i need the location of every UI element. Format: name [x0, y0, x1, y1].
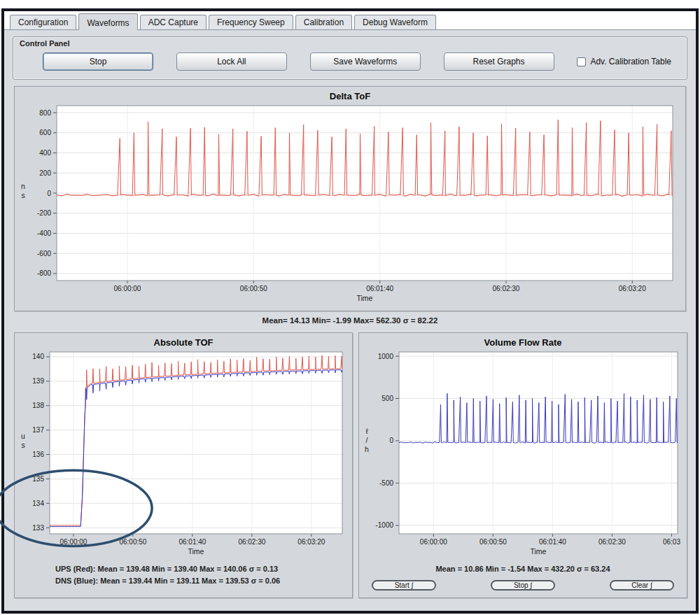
svg-text:137: 137: [32, 426, 44, 434]
svg-text:400: 400: [39, 149, 51, 157]
clear-integral-button[interactable]: Clear ∫: [610, 580, 674, 591]
delta-tof-stats: Mean= 14.13 Min= -1.99 Max= 562.30 σ = 8…: [4, 316, 696, 325]
svg-text:06:02:30: 06:02:30: [238, 538, 265, 546]
absolute-tof-chart: 14013913813713613513413306:00:0006:00:50…: [18, 349, 349, 559]
flow-stats-block: Mean = 10.86 Min = -1.54 Max = 432.20 σ …: [359, 563, 687, 575]
svg-text:Time: Time: [357, 294, 373, 302]
tab-waveforms[interactable]: Waveforms: [78, 13, 137, 30]
svg-text:06:03: 06:03: [663, 538, 680, 546]
reset-graphs-button[interactable]: Reset Graphs: [444, 52, 554, 71]
stop-integral-button[interactable]: Stop ∫: [491, 580, 555, 591]
tab-configuration[interactable]: Configuration: [10, 15, 76, 29]
app-frame: Configuration Waveforms ADC Capture Freq…: [1, 8, 699, 614]
svg-text:06:00:00: 06:00:00: [420, 538, 447, 546]
save-waveforms-button[interactable]: Save Waveforms: [310, 52, 421, 71]
control-panel-title: Control Panel: [20, 39, 70, 48]
absolute-tof-stats: UPS (Red): Mean = 139.48 Min = 139.40 Ma…: [15, 563, 352, 587]
svg-text:1000: 1000: [378, 353, 394, 360]
svg-text:u: u: [21, 432, 25, 440]
svg-text:-1000: -1000: [375, 521, 393, 529]
absolute-tof-panel: Absolute TOF 14013913813713613513413306:…: [14, 332, 353, 598]
waveforms-app-window: Configuration Waveforms ADC Capture Freq…: [0, 0, 700, 615]
svg-text:0: 0: [389, 437, 393, 444]
delta-tof-title: Delta ToF: [15, 87, 685, 101]
integral-button-row: Start ∫ Stop ∫ Clear ∫: [359, 575, 687, 591]
svg-text:600: 600: [39, 129, 51, 136]
flow-stats-line: Mean = 10.86 Min = -1.54 Max = 432.20 σ …: [359, 563, 687, 575]
start-integral-button[interactable]: Start ∫: [372, 580, 436, 591]
svg-text:-400: -400: [37, 229, 51, 237]
svg-text:n: n: [21, 182, 25, 190]
svg-text:06:02:30: 06:02:30: [598, 538, 626, 546]
svg-text:-600: -600: [37, 250, 51, 257]
ups-stats-line: UPS (Red): Mean = 139.48 Min = 139.40 Ma…: [55, 563, 352, 575]
svg-text:200: 200: [39, 169, 51, 177]
svg-text:Time: Time: [531, 547, 547, 556]
svg-text:0: 0: [47, 190, 51, 197]
svg-text:06:01:40: 06:01:40: [178, 538, 206, 546]
tab-adc-capture[interactable]: ADC Capture: [140, 15, 206, 29]
svg-text:06:00:50: 06:00:50: [240, 285, 267, 292]
svg-text:-200: -200: [37, 209, 51, 217]
svg-text:500: 500: [382, 395, 393, 402]
delta-tof-chart: 8006004002000-200-400-600-80006:00:0006:…: [18, 103, 682, 306]
tab-content: Control Panel Stop Lock All Save Wavefor…: [4, 30, 696, 611]
svg-text:s: s: [21, 441, 24, 449]
tab-frequency-sweep[interactable]: Frequency Sweep: [209, 15, 293, 29]
adv-calibration-table-option[interactable]: Adv. Calibration Table: [577, 57, 671, 66]
svg-text:133: 133: [32, 524, 44, 532]
absolute-tof-title: Absolute TOF: [15, 333, 352, 348]
control-panel-group: Control Panel Stop Lock All Save Wavefor…: [13, 36, 687, 80]
dns-stats-line: DNS (Blue): Mean = 139.44 Min = 139.11 M…: [55, 575, 352, 587]
svg-text:06:03:20: 06:03:20: [619, 285, 646, 292]
svg-text:140: 140: [32, 353, 44, 360]
volume-flow-rate-chart: 10005000-500-100006:00:0006:00:5006:01:4…: [361, 349, 685, 559]
tab-debug-waveform[interactable]: Debug Waveform: [354, 15, 436, 29]
tab-bar: Configuration Waveforms ADC Capture Freq…: [4, 11, 696, 30]
svg-text:Time: Time: [188, 547, 204, 556]
svg-text:136: 136: [32, 451, 44, 458]
svg-text:/: /: [366, 436, 368, 444]
adv-calibration-checkbox[interactable]: [577, 57, 586, 66]
svg-text:06:01:40: 06:01:40: [366, 285, 393, 292]
tab-calibration[interactable]: Calibration: [295, 15, 352, 29]
svg-text:138: 138: [32, 402, 44, 409]
svg-text:139: 139: [32, 377, 44, 385]
svg-text:h: h: [365, 445, 369, 453]
lock-all-button[interactable]: Lock All: [176, 52, 287, 71]
delta-tof-panel: Delta ToF 8006004002000-200-400-600-8000…: [14, 86, 686, 311]
svg-text:06:02:30: 06:02:30: [492, 285, 519, 292]
svg-text:-500: -500: [379, 479, 393, 487]
svg-text:06:00:50: 06:00:50: [479, 538, 507, 546]
svg-text:06:00:00: 06:00:00: [114, 285, 141, 292]
volume-flow-rate-title: Volume Flow Rate: [359, 333, 687, 348]
adv-calibration-checkbox-label: Adv. Calibration Table: [590, 57, 671, 66]
svg-text:06:03:20: 06:03:20: [298, 538, 325, 546]
svg-text:06:00:50: 06:00:50: [119, 538, 146, 546]
svg-text:134: 134: [32, 500, 44, 507]
svg-text:ℓ: ℓ: [365, 427, 368, 435]
svg-text:06:01:40: 06:01:40: [539, 538, 566, 546]
svg-text:-800: -800: [37, 269, 51, 277]
svg-text:800: 800: [39, 109, 51, 117]
svg-text:s: s: [21, 191, 24, 199]
volume-flow-rate-panel: Volume Flow Rate 10005000-500-100006:00:…: [358, 332, 687, 598]
control-button-row: Stop Lock All Save Waveforms Reset Graph…: [43, 52, 671, 71]
stop-button[interactable]: Stop: [43, 52, 153, 71]
